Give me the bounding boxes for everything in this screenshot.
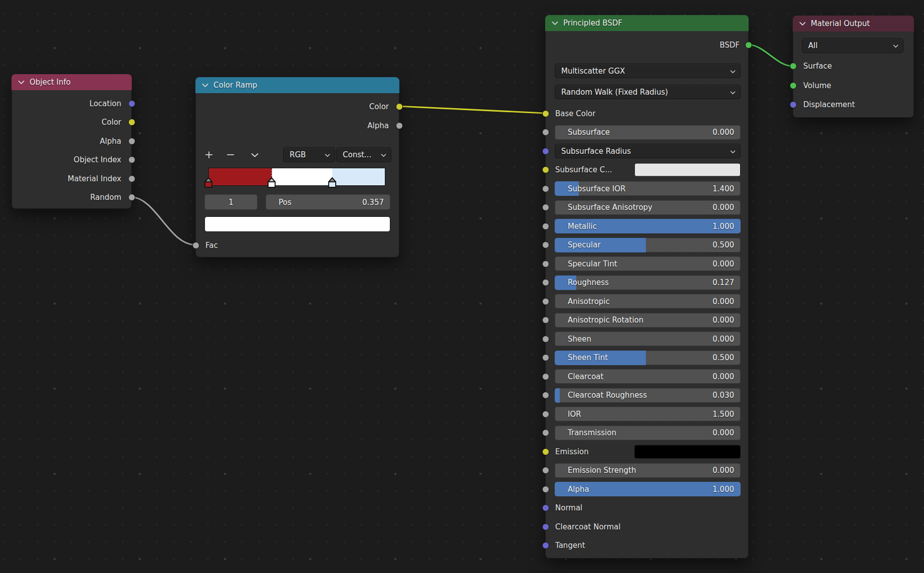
node-editor-canvas[interactable]: Object Info LocationColorAlphaObject Ind… (0, 0, 924, 573)
displacement-socket[interactable] (790, 101, 797, 108)
location-socket[interactable] (128, 100, 135, 107)
color-ramp-gradient-bar[interactable] (208, 168, 385, 186)
slider-label: Alpha (568, 485, 589, 494)
roughness-slider[interactable]: Roughness0.127 (555, 275, 741, 290)
gradient-stop-handle-0[interactable] (204, 177, 213, 190)
slider-label: Specular (568, 240, 601, 249)
specular-socket[interactable] (542, 241, 549, 248)
subsurface-radius-dropdown[interactable]: Subsurface Radius (555, 144, 741, 158)
node-color-ramp[interactable]: Color Ramp ColorAlpha + − RGB Const... 1… (195, 77, 399, 257)
sheen-tint-slider[interactable]: Sheen Tint0.500 (555, 351, 741, 365)
node-header-color-ramp[interactable]: Color Ramp (195, 77, 399, 93)
color-socket[interactable] (128, 119, 135, 126)
output-target-dropdown[interactable]: All (802, 38, 903, 53)
subsurface-method-dropdown[interactable]: Random Walk (Fixed Radius) (555, 85, 741, 99)
node-header-material-output[interactable]: Material Output (793, 16, 914, 32)
stop-position-field[interactable]: Pos 0.357 (266, 194, 390, 210)
subsurface-anisotropy-socket[interactable] (542, 204, 549, 211)
alpha-slider[interactable]: Alpha1.000 (555, 482, 741, 496)
material-index-socket[interactable] (128, 175, 135, 182)
random-socket[interactable] (128, 194, 135, 201)
bsdf-row-transmission: Transmission0.000 (546, 424, 748, 443)
subsurface-ior-socket[interactable] (542, 185, 549, 192)
roughness-socket[interactable] (542, 279, 549, 286)
subsurface-c-color-swatch[interactable] (634, 163, 741, 177)
anisotropic-rotation-socket[interactable] (542, 317, 549, 324)
sheen-socket[interactable] (542, 336, 549, 343)
sheen-tint-socket[interactable] (542, 354, 549, 361)
ior-socket[interactable] (542, 411, 549, 418)
active-stop-index-field[interactable]: 1 (204, 194, 258, 210)
subsurface-ior-slider[interactable]: Subsurface IOR1.400 (555, 181, 741, 196)
clearcoat-socket[interactable] (542, 373, 549, 380)
node-wires (0, 0, 924, 573)
subsurface-c-socket[interactable] (542, 166, 549, 173)
add-stop-button[interactable]: + (202, 147, 215, 162)
specular-slider[interactable]: Specular0.500 (555, 238, 741, 252)
anisotropic-socket[interactable] (542, 298, 549, 305)
emission-strength-socket[interactable] (542, 467, 549, 474)
output-row-color: Color (12, 113, 131, 132)
object-index-socket[interactable] (128, 156, 135, 163)
output-row-alpha: Alpha (12, 132, 131, 151)
normal-socket[interactable] (542, 504, 549, 511)
bsdf-row-roughness: Roughness0.127 (546, 273, 748, 293)
subsurface-slider[interactable]: Subsurface0.000 (555, 125, 741, 140)
output-row-random: Random (12, 188, 131, 207)
emission-color-swatch[interactable] (634, 445, 741, 458)
interpolation-value: Const... (343, 150, 371, 159)
tangent-socket[interactable] (542, 542, 549, 549)
bsdf-row-subsurface: Subsurface0.000 (546, 123, 748, 142)
collapse-chevron-icon[interactable] (552, 21, 558, 26)
node-principled-bsdf[interactable]: Principled BSDF BSDF Multiscatter GGX Ra… (545, 15, 749, 558)
color-mode-dropdown[interactable]: RGB (283, 147, 335, 162)
fac-input-socket[interactable] (192, 242, 199, 249)
remove-stop-button[interactable]: − (224, 147, 237, 162)
surface-socket[interactable] (790, 63, 797, 70)
collapse-chevron-icon[interactable] (18, 80, 25, 85)
clearcoat-slider[interactable]: Clearcoat0.000 (555, 369, 741, 384)
alpha-socket[interactable] (396, 122, 403, 129)
emission-socket[interactable] (542, 448, 549, 455)
interpolation-dropdown[interactable]: Const... (336, 147, 391, 162)
stop-color-swatch[interactable] (204, 216, 390, 232)
gradient-stop-handle-1[interactable] (267, 177, 276, 190)
input-label: Volume (803, 81, 831, 90)
gradient-stop-handle-2[interactable] (328, 177, 337, 190)
anisotropic-slider[interactable]: Anisotropic0.000 (555, 294, 741, 309)
subsurface-socket[interactable] (542, 129, 549, 136)
anisotropic-rotation-slider[interactable]: Anisotropic Rotation0.000 (555, 313, 741, 328)
collapse-chevron-icon[interactable] (799, 21, 806, 26)
emission-strength-slider[interactable]: Emission Strength0.000 (555, 463, 741, 478)
slider-label: Anisotropic Rotation (568, 316, 643, 325)
specular-tint-slider[interactable]: Specular Tint0.000 (555, 256, 741, 271)
volume-socket[interactable] (790, 82, 797, 89)
collapse-chevron-icon[interactable] (202, 83, 208, 88)
node-header-object-info[interactable]: Object Info (12, 74, 132, 90)
clearcoat-roughness-slider[interactable]: Clearcoat Roughness0.030 (555, 388, 741, 403)
sheen-slider[interactable]: Sheen0.000 (555, 332, 741, 346)
color-socket[interactable] (396, 103, 403, 110)
node-header-principled-bsdf[interactable]: Principled BSDF (545, 15, 749, 31)
clearcoat-normal-socket[interactable] (542, 523, 549, 530)
metallic-slider[interactable]: Metallic1.000 (555, 219, 741, 233)
slider-value: 0.000 (713, 316, 734, 325)
colorramp-tools-chevron-icon[interactable] (248, 147, 261, 162)
alpha-socket[interactable] (542, 486, 549, 493)
subsurface-radius-socket[interactable] (542, 148, 549, 155)
clearcoat-roughness-socket[interactable] (542, 392, 549, 399)
subsurface-anisotropy-slider[interactable]: Subsurface Anisotropy0.000 (555, 200, 741, 215)
output-label: Color (102, 118, 121, 127)
node-object-info[interactable]: Object Info LocationColorAlphaObject Ind… (12, 74, 132, 209)
transmission-socket[interactable] (542, 429, 549, 436)
metallic-socket[interactable] (542, 223, 549, 230)
specular-tint-socket[interactable] (542, 260, 549, 267)
node-title: Material Output (811, 19, 870, 28)
ior-slider[interactable]: IOR1.500 (555, 407, 741, 421)
alpha-socket[interactable] (128, 138, 135, 145)
transmission-slider[interactable]: Transmission0.000 (555, 426, 741, 440)
base-color-socket[interactable] (542, 110, 549, 117)
bsdf-output-socket[interactable] (745, 42, 752, 49)
node-material-output[interactable]: Material Output All SurfaceVolumeDisplac… (793, 16, 914, 118)
distribution-dropdown[interactable]: Multiscatter GGX (555, 64, 741, 78)
